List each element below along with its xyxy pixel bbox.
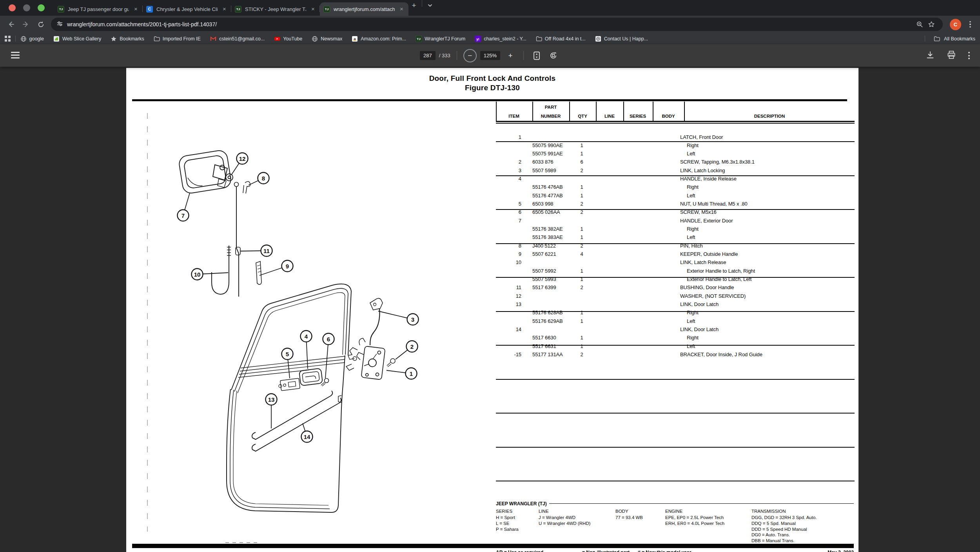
zoom-out-button[interactable]: −	[463, 49, 477, 62]
fit-to-page-button[interactable]	[530, 49, 543, 62]
print-button[interactable]	[947, 51, 956, 61]
col-header-desc: DESCRIPTION	[754, 114, 785, 118]
bookmark-tj-icon: TJ	[416, 36, 422, 42]
tab-strip: TJJeep TJ passenger door guid...×CChrysl…	[54, 0, 408, 16]
bookmarks-divider	[925, 36, 925, 42]
apps-grid-icon[interactable]	[5, 36, 11, 42]
table-rule-line	[496, 345, 855, 346]
callout-number-12: 12	[239, 155, 246, 162]
legend-entry: H = Sport	[496, 515, 519, 521]
download-button[interactable]	[926, 51, 935, 61]
table-header-gridline	[653, 102, 653, 121]
bookmark-label: Web Slice Gallery	[62, 36, 101, 42]
zoom-in-button[interactable]: +	[504, 49, 517, 62]
callout-number-11: 11	[263, 248, 270, 254]
table-rule-line	[496, 447, 855, 448]
legend-column: ENGINEEPE, EP0 = 2.5L Power TechERH, ER0…	[665, 508, 724, 526]
close-window-button[interactable]	[9, 4, 16, 11]
callout-number-13: 13	[268, 396, 275, 403]
forward-button[interactable]	[19, 17, 33, 31]
tab-close-icon[interactable]: ×	[221, 6, 228, 13]
rotate-button[interactable]	[547, 49, 560, 62]
bookmark-item[interactable]: YouTube	[274, 36, 302, 42]
cell-qty: 2	[569, 201, 594, 207]
bookmark-folder-icon	[154, 36, 160, 42]
page-number-input[interactable]: 287	[420, 51, 436, 60]
zoom-page-icon[interactable]	[914, 18, 926, 30]
door-group	[227, 284, 351, 512]
pdf-menu-icon[interactable]	[11, 52, 20, 58]
zoom-level-input[interactable]: 125%	[480, 51, 500, 60]
callout-number-5: 5	[286, 351, 289, 357]
footnote-ar: AR = Use as required	[496, 550, 543, 552]
tab-title: STICKY - Jeep Wrangler TJ F...	[245, 6, 306, 12]
browser-tab[interactable]: TJSTICKY - Jeep Wrangler TJ F...×	[231, 2, 320, 16]
legend-entry: 77 = 93.4 WB	[615, 515, 643, 521]
address-bar[interactable]: wranglertjforum.com/attachments/2001-tj-…	[51, 18, 943, 31]
bookmark-item[interactable]: google	[20, 36, 44, 42]
bookmark-globe-icon	[20, 36, 27, 42]
exterior-handle-group	[178, 149, 261, 297]
pdf-viewport[interactable]: Door, Full Front Lock And Controls Figur…	[0, 67, 980, 552]
bookmarks-divider	[15, 36, 16, 42]
all-bookmarks[interactable]: All Bookmarks	[925, 36, 975, 42]
bookmark-star-icon[interactable]	[926, 18, 937, 30]
table-rule-line	[496, 311, 855, 312]
bookmark-item[interactable]: aAmazon.com: Prim...	[352, 36, 406, 42]
bookmark-yahoo-icon: y!	[475, 36, 481, 42]
cell-item: 13	[494, 301, 521, 307]
legend-column: SERIESH = SportL = SEP = Sahara	[496, 508, 519, 532]
tab-close-icon[interactable]: ×	[132, 6, 139, 13]
bookmark-item[interactable]: Newsmax	[312, 36, 342, 42]
legend-entry: L = SE	[496, 521, 519, 526]
browser-tab[interactable]: CChrysler & Jeep Vehicle Clips×	[143, 2, 231, 16]
cell-description: LINK, Door Latch	[680, 301, 719, 307]
legend-entry: DDQ = 5 Spd. Manual	[751, 521, 817, 526]
header-rule	[496, 121, 855, 122]
cell-item: 6	[494, 209, 521, 215]
back-button[interactable]	[4, 17, 18, 31]
page-bottom-bar	[132, 544, 854, 548]
tab-close-icon[interactable]: ×	[398, 6, 405, 13]
bookmark-item[interactable]: Contact Us | Happ...	[595, 36, 648, 42]
bookmark-item[interactable]: Bookmarks	[111, 36, 144, 42]
browser-tab[interactable]: TJJeep TJ passenger door guid...×	[54, 2, 143, 16]
bookmark-item[interactable]: cstein51@gmail.co...	[210, 36, 265, 42]
svg-text:a: a	[354, 36, 356, 40]
tab-search-chevron-icon[interactable]	[425, 0, 436, 11]
reload-button[interactable]	[34, 17, 48, 31]
pdf-more-menu-icon[interactable]	[968, 52, 970, 59]
browser-menu-icon[interactable]	[964, 18, 976, 30]
window-controls	[0, 0, 54, 16]
cell-description: Left	[687, 151, 695, 157]
bookmark-item[interactable]: TJWranglerTJ Forum	[416, 36, 465, 42]
cell-qty: 1	[569, 226, 594, 232]
profile-avatar[interactable]: C	[950, 19, 961, 30]
site-settings-icon[interactable]	[56, 20, 63, 29]
cell-item: 3	[494, 168, 521, 173]
bookmark-folder-icon	[536, 36, 542, 42]
window-titlebar: TJJeep TJ passenger door guid...×CChrysl…	[0, 0, 980, 16]
cell-item: 2	[494, 159, 521, 165]
cell-description: Left	[687, 234, 695, 240]
bookmark-item[interactable]: Web Slice Gallery	[53, 36, 101, 42]
legend-column-title: LINE	[539, 508, 590, 514]
fullscreen-window-button[interactable]	[38, 4, 45, 11]
bookmark-label: Amazon.com: Prim...	[361, 36, 406, 42]
pdf-toolbar-divider	[523, 51, 524, 60]
cell-item: 7	[494, 218, 521, 224]
bookmark-label: cstein51@gmail.co...	[219, 36, 265, 42]
bookmark-item[interactable]: y!charles_stein2 - Y...	[475, 36, 526, 42]
title-rule	[132, 99, 847, 101]
tj-favicon-icon: TJ	[235, 6, 241, 13]
bookmark-label: Contact Us | Happ...	[604, 36, 648, 42]
pdf-page-controls: 287 / 333 − 125% +	[420, 44, 560, 67]
bookmark-items: googleWeb Slice GalleryBookmarksImported…	[20, 36, 648, 42]
bookmark-item[interactable]: Off Road 4x4 in t...	[536, 36, 586, 42]
new-tab-button[interactable]: +	[408, 0, 419, 11]
bookmark-item[interactable]: Imported From IE	[154, 36, 201, 42]
browser-tab[interactable]: TJwranglertjforum.com/attachm...×	[320, 2, 408, 16]
minimize-window-button[interactable]	[23, 4, 30, 11]
tab-close-icon[interactable]: ×	[310, 6, 316, 13]
legend-entry: EPE, EP0 = 2.5L Power Tech	[665, 515, 724, 521]
